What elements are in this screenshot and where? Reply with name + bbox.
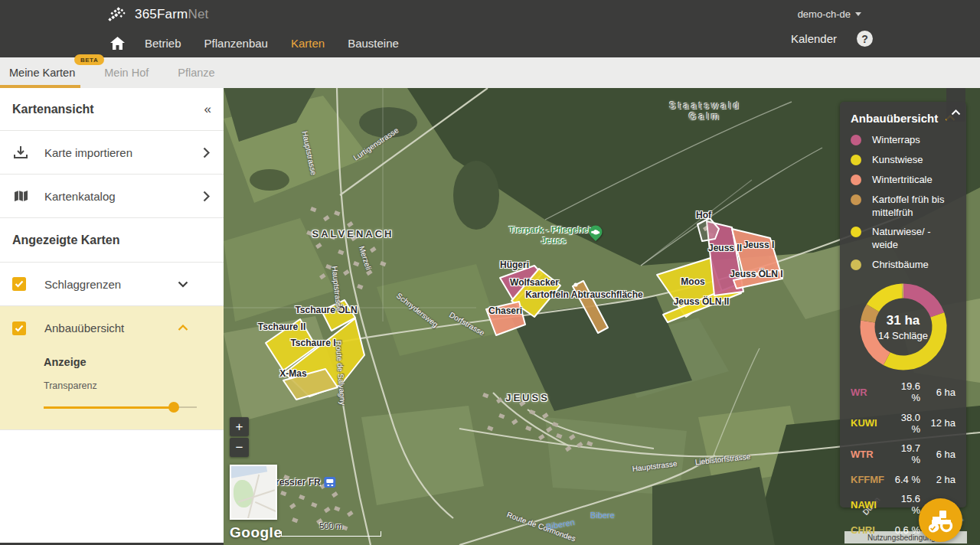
legend-item-nawi: Naturwiese/ -weide [851, 226, 956, 252]
legend-item-kuwi: Kunstwiese [851, 154, 956, 167]
map-tabbar: Meine KartenBETAMein HofPflanze [0, 57, 980, 88]
nav-item-karten[interactable]: Karten [291, 37, 325, 50]
layer-row-schlaggrenzen: Schlaggrenzen [0, 263, 224, 306]
crop-label: Naturwiese/ -weide [872, 226, 956, 252]
tab-pflanze[interactable]: Pflanze [178, 67, 214, 79]
layer-label: Anbauübersicht [44, 321, 124, 335]
nav-item-bausteine[interactable]: Bausteine [348, 37, 399, 50]
transparency-slider[interactable] [44, 402, 197, 413]
map-catalog-icon [12, 190, 29, 202]
crop-code: WTR [851, 449, 890, 460]
home-button[interactable] [110, 37, 125, 50]
crop-donut-chart: 31 ha 14 Schläge [856, 279, 951, 374]
brand-logo: 365FarmNet [107, 5, 209, 24]
chevron-down-icon[interactable] [178, 281, 188, 288]
app-header: 365FarmNet demo-ch-de BetriebPflanzenbau… [0, 0, 980, 57]
zoom-out-button[interactable]: − [230, 438, 249, 457]
crop-label: Winterraps [872, 134, 920, 147]
crop-code: NAWI [851, 499, 890, 511]
home-icon [110, 37, 125, 50]
tab-meine-karten[interactable]: Meine KartenBETA [9, 67, 75, 79]
panel-collapse-tab[interactable] [946, 88, 965, 122]
crop-code: KFFMF [851, 474, 890, 485]
crop-stats-row-wtr: WTR19.7 %6 ha [851, 442, 956, 465]
legend-item-wtr: Wintertriticale [851, 174, 956, 187]
crop-color-dot [851, 135, 861, 145]
crop-area: 2 ha [920, 474, 956, 485]
slider-handle[interactable] [168, 402, 179, 413]
legend-item-chri: Christbäume [851, 259, 956, 272]
nav-item-betrieb[interactable]: Betrieb [145, 37, 181, 50]
crop-percent: 0.6 % [890, 524, 920, 536]
crop-percent: 19.7 % [890, 442, 920, 465]
panel-title: Anbauübersicht [851, 112, 938, 125]
schlaggrenzen-checkbox[interactable] [12, 277, 26, 291]
crop-stats-row-kuwi: KUWI38.0 %12 ha [851, 412, 956, 435]
user-menu-label: demo-ch-de [798, 8, 851, 20]
crop-percent: 15.6 % [890, 493, 920, 516]
donut-segment-Kunstwiese [887, 315, 939, 364]
brand-name: 365FarmNet [135, 7, 209, 22]
crop-percent: 38.0 % [890, 412, 920, 435]
google-attribution: Google [230, 524, 282, 541]
crop-label: Kartoffel früh bis mittelfrüh [872, 194, 956, 220]
chevron-up-icon [951, 109, 961, 116]
crop-area: 6 ha [920, 387, 956, 398]
user-menu[interactable]: demo-ch-de [798, 8, 861, 20]
field-work-fab[interactable] [919, 498, 962, 542]
slider-fill [44, 406, 174, 409]
donut-segment-Naturwiese/ -weide [872, 291, 901, 308]
import-map-icon [12, 145, 29, 159]
crop-color-dot [851, 227, 861, 237]
calendar-link[interactable]: Kalender [791, 32, 837, 45]
crop-code: CHRI [851, 524, 890, 536]
caret-down-icon [855, 12, 861, 16]
beta-badge: BETA [74, 54, 104, 65]
map-canvas[interactable]: Tschaure IITschaure ÖLNTschaure IX-MasHü… [224, 88, 980, 545]
transparency-label: Transparenz [0, 368, 224, 391]
donut-segment-Kartoffel früh bis mittelfrüh [867, 308, 872, 321]
chevron-right-icon [203, 147, 210, 158]
sidebar-item-karte-importieren[interactable]: Karte importieren [0, 131, 224, 175]
scale-bar: 500 m [281, 521, 381, 537]
train-station-icon[interactable] [325, 477, 336, 488]
field-marker-dot [573, 282, 577, 286]
crop-percent: 6.4 % [890, 474, 920, 485]
legend-item-kffmf: Kartoffel früh bis mittelfrüh [851, 194, 956, 220]
sidebar-item-label: Karte importieren [44, 146, 132, 159]
crop-color-dot [851, 175, 861, 185]
help-icon[interactable]: ? [857, 31, 873, 47]
layer-block-anbauuebersicht: Anbauübersicht Anzeige Transparenz [0, 306, 224, 430]
map-sidebar: Kartenansicht « Karte importieren Karten… [0, 88, 224, 543]
minimap-overview[interactable] [230, 465, 277, 520]
scale-line [281, 531, 381, 537]
chevron-right-icon [203, 191, 210, 202]
pixel-leaf-icon [107, 5, 130, 24]
nav-item-pflanzenbau[interactable]: Pflanzenbau [204, 37, 268, 50]
collapse-sidebar-button[interactable]: « [204, 102, 210, 117]
station-label-cressier: Cressier FR [269, 477, 335, 488]
crop-legend-list: WinterrapsKunstwieseWintertriticaleKarto… [851, 134, 956, 272]
crop-label: Wintertriticale [872, 174, 933, 187]
crop-percent: 19.6 % [890, 380, 920, 403]
crop-area: 12 ha [920, 417, 956, 429]
main-nav: BetriebPflanzenbauKartenBausteine [145, 37, 399, 50]
legend-item-wr: Winterraps [851, 134, 956, 147]
crop-code: KUWI [851, 417, 890, 429]
crop-area: 6 ha [920, 449, 956, 460]
tab-mein-hof[interactable]: Mein Hof [104, 67, 149, 79]
sidebar-title: Kartenansicht [12, 103, 94, 116]
crop-color-dot [851, 155, 861, 165]
tractor-icon [926, 507, 956, 534]
display-heading: Anzeige [0, 350, 224, 368]
zoom-in-button[interactable]: + [230, 417, 249, 436]
donut-segment-Wintertriticale [867, 321, 887, 359]
displayed-maps-heading: Angezeigte Karten [12, 233, 119, 247]
chevron-up-icon[interactable] [178, 325, 188, 331]
anbauuebersicht-checkbox[interactable] [12, 321, 26, 335]
sidebar-item-kartenkatalog[interactable]: Kartenkatalog [0, 175, 224, 218]
crop-overview-panel: Anbauübersicht WinterrapsKunstwieseWinte… [840, 102, 966, 507]
crop-label: Kunstwiese [872, 154, 923, 167]
crop-stats-row-kffmf: KFFMF6.4 %2 ha [851, 474, 956, 485]
crop-code: WR [851, 387, 890, 398]
